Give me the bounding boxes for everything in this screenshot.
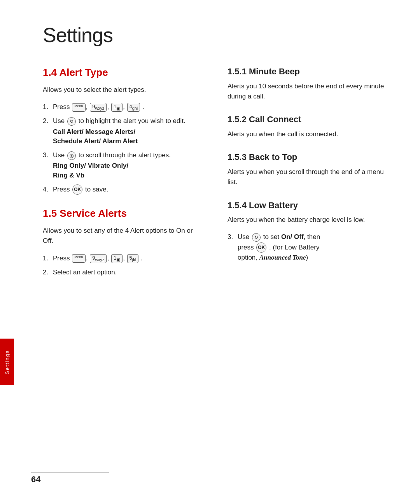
step-sub-text: Call Alert/ Message Alerts/Schedule Aler… [53, 127, 204, 146]
step-1-4-1: 1. Press Menu, 9wxyz, 1▣, 4ghi . [43, 102, 204, 112]
key-9wxyz: 9wxyz [90, 254, 107, 263]
section-1-5-1: 1.5.1 Minute Beep Alerts you 10 seconds … [228, 66, 389, 102]
section-1-5-4-heading: 1.5.4 Low Battery [228, 200, 389, 211]
on-off-text: On/ Off [281, 233, 304, 241]
step-content: Select an alert option. [53, 267, 204, 277]
section-1-5-3-body: Alerts you when you scroll through the e… [228, 167, 389, 188]
step-content: Press Menu, 9wxyz, 1▣, 5jkl . [53, 253, 204, 263]
step-number: 3. [43, 150, 51, 160]
section-1-5-1-body: Alerts you 10 seconds before the end of … [228, 81, 389, 102]
nav-icon: ◎ [67, 151, 76, 160]
section-1-5-2: 1.5.2 Call Connect Alerts you when the c… [228, 114, 389, 139]
step-number: 1. [43, 253, 51, 263]
step-content: Use ↻ to highlight the alert you wish to… [53, 116, 204, 146]
step-content: Press Menu, 9wxyz, 1▣, 4ghi . [53, 102, 204, 112]
section-1-5-3: 1.5.3 Back to Top Alerts you when you sc… [228, 152, 389, 187]
rotate-icon: ↻ [252, 233, 261, 242]
step-1-4-3: 3. Use ◎ to scroll through the alert typ… [43, 150, 204, 181]
section-1-5-heading: 1.5 Service Alerts [43, 207, 204, 220]
key-1: 1▣ [111, 254, 122, 263]
key-4ghi: 4ghi [127, 103, 140, 112]
section-service-alerts: 1.5 Service Alerts Allows you to set any… [43, 207, 204, 277]
page-number: 64 [31, 474, 40, 485]
step-1-4-2: 2. Use ↻ to highlight the alert you wish… [43, 116, 204, 146]
step-sub-text: Ring Only/ Vibrate Only/Ring & Vb [53, 161, 204, 180]
sidebar-tab: Settings [0, 339, 14, 385]
section-1-5-4: 1.5.4 Low Battery Alerts you when the ba… [228, 200, 389, 263]
sidebar-tab-label: Settings [4, 350, 10, 374]
ok-icon: OK [72, 184, 82, 195]
section-alert-type: 1.4 Alert Type Allows you to select the … [43, 66, 204, 195]
key-5jkl: 5jkl [127, 254, 138, 263]
section-1-5-4-body: Alerts you when the battery charge level… [228, 215, 389, 225]
left-column: 1.4 Alert Type Allows you to select the … [43, 66, 204, 290]
bottom-divider [31, 472, 109, 473]
section-1-5-2-body: Alerts you when the call is connected. [228, 129, 389, 139]
two-column-layout: 1.4 Alert Type Allows you to select the … [43, 66, 389, 290]
step-number: 3. [228, 232, 236, 242]
step-1-4-4: 4. Press OK to save. [43, 184, 204, 195]
step-content: Use ◎ to scroll through the alert types.… [53, 150, 204, 181]
section-1-5-3-heading: 1.5.3 Back to Top [228, 152, 389, 163]
section-1-5-body: Allows you to set any of the 4 Alert opt… [43, 226, 204, 246]
step-number: 2. [43, 116, 51, 126]
step-content: Press OK to save. [53, 184, 204, 195]
step-number: 1. [43, 102, 51, 112]
key-1: 1▣ [111, 103, 122, 112]
right-column: 1.5.1 Minute Beep Alerts you 10 seconds … [228, 66, 389, 276]
step-1-5-2: 2. Select an alert option. [43, 267, 204, 277]
step-content: Use ↻ to set On/ Off, then press OK . (f… [238, 232, 389, 263]
section-1-5-2-heading: 1.5.2 Call Connect [228, 114, 389, 125]
rotate-icon: ↻ [67, 117, 76, 126]
key-9wxyz: 9wxyz [90, 103, 107, 112]
page-title: Settings [43, 23, 389, 47]
step-1-5-4-3: 3. Use ↻ to set On/ Off, then press OK .… [228, 232, 389, 263]
step-1-5-1: 1. Press Menu, 9wxyz, 1▣, 5jkl . [43, 253, 204, 263]
section-1-5-1-heading: 1.5.1 Minute Beep [228, 66, 389, 77]
ok-icon: OK [256, 242, 266, 253]
step-number: 4. [43, 184, 51, 195]
section-1-4-body: Allows you to select the alert types. [43, 85, 204, 95]
key-menu: Menu [72, 103, 86, 112]
announce-tone-text: Announced Tone [259, 254, 306, 261]
step-number: 2. [43, 267, 51, 277]
page-container: Settings 1.4 Alert Type Allows you to se… [0, 0, 420, 504]
key-menu: Menu [72, 254, 86, 263]
section-1-4-heading: 1.4 Alert Type [43, 66, 204, 79]
